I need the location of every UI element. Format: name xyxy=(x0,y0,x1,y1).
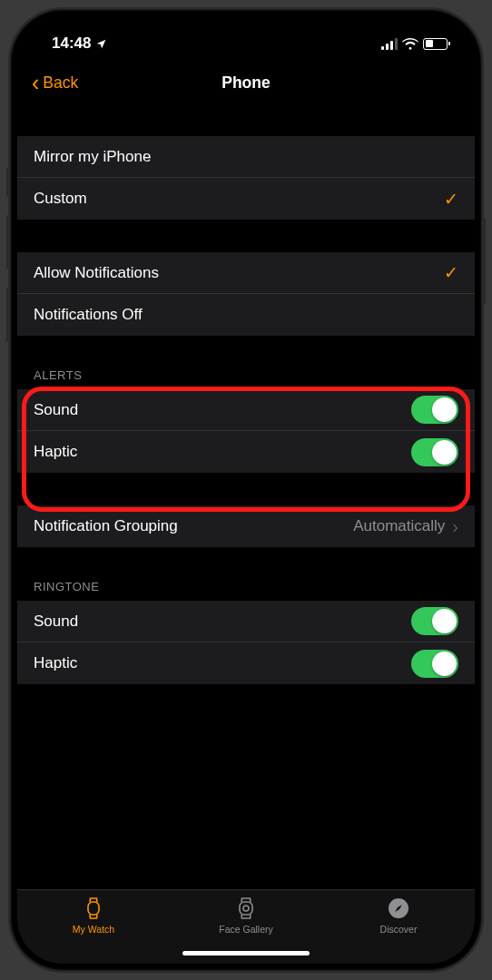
notch xyxy=(151,16,341,45)
tab-label: My Watch xyxy=(73,924,114,935)
battery-icon xyxy=(423,38,448,50)
checkmark-icon: ✓ xyxy=(444,189,458,210)
side-button-right xyxy=(482,218,486,304)
chevron-left-icon: ‹ xyxy=(32,72,39,94)
wifi-icon xyxy=(402,37,418,50)
row-notifications-off[interactable]: Notifications Off xyxy=(17,294,475,336)
signal-icon xyxy=(381,38,398,50)
section-notifications: Allow Notifications ✓ Notifications Off xyxy=(17,252,475,336)
svg-rect-0 xyxy=(88,902,99,915)
section-alerts: ALERTS Sound Haptic xyxy=(17,368,475,473)
back-label: Back xyxy=(43,74,78,93)
section-header: ALERTS xyxy=(17,368,475,389)
row-label: Notification Grouping xyxy=(34,517,178,535)
row-label: Allow Notifications xyxy=(34,264,159,282)
section-header: RINGTONE xyxy=(17,580,475,601)
svg-point-2 xyxy=(243,906,249,911)
toggle-alerts-sound[interactable] xyxy=(411,396,458,424)
row-custom[interactable]: Custom ✓ xyxy=(17,178,475,220)
chevron-right-icon: › xyxy=(452,516,458,537)
back-button[interactable]: ‹ Back xyxy=(32,72,78,94)
section-grouping: Notification Grouping Automatically › xyxy=(17,505,475,547)
tab-my-watch[interactable]: My Watch xyxy=(48,897,139,964)
face-gallery-icon xyxy=(234,897,258,920)
content: Mirror my iPhone Custom ✓ Allow Notifica… xyxy=(17,103,475,889)
status-time: 14:48 xyxy=(52,34,91,53)
row-label: Custom xyxy=(34,190,87,208)
row-label: Haptic xyxy=(34,443,77,461)
tab-label: Discover xyxy=(380,924,418,935)
row-ringtone-sound: Sound xyxy=(17,601,475,642)
phone-frame: 14:48 xyxy=(10,9,482,971)
home-indicator[interactable] xyxy=(182,951,310,956)
tab-label: Face Gallery xyxy=(219,924,273,935)
row-value: Automatically xyxy=(353,517,445,535)
section-mirror: Mirror my iPhone Custom ✓ xyxy=(17,136,475,220)
nav-bar: ‹ Back Phone xyxy=(17,62,475,103)
location-arrow-icon xyxy=(95,38,107,50)
section-ringtone: RINGTONE Sound Haptic xyxy=(17,580,475,684)
row-allow-notifications[interactable]: Allow Notifications ✓ xyxy=(17,252,475,294)
side-buttons-left xyxy=(6,168,10,360)
row-mirror-iphone[interactable]: Mirror my iPhone xyxy=(17,136,475,178)
row-ringtone-haptic: Haptic xyxy=(17,642,475,684)
row-notification-grouping[interactable]: Notification Grouping Automatically › xyxy=(17,505,475,547)
compass-icon xyxy=(387,897,410,920)
toggle-ringtone-sound[interactable] xyxy=(411,607,458,635)
row-label: Notifications Off xyxy=(34,306,143,324)
svg-rect-1 xyxy=(240,902,252,915)
tab-discover[interactable]: Discover xyxy=(353,897,444,964)
row-label: Haptic xyxy=(34,654,77,672)
page-title: Phone xyxy=(221,74,270,93)
row-label: Sound xyxy=(34,401,78,419)
row-alerts-sound: Sound xyxy=(17,389,475,431)
checkmark-icon: ✓ xyxy=(444,262,458,283)
screen: 14:48 xyxy=(17,16,475,964)
row-label: Mirror my iPhone xyxy=(34,148,151,166)
toggle-ringtone-haptic[interactable] xyxy=(411,650,458,678)
row-label: Sound xyxy=(34,612,78,631)
toggle-alerts-haptic[interactable] xyxy=(411,438,458,466)
watch-icon xyxy=(82,897,105,920)
row-alerts-haptic: Haptic xyxy=(17,431,475,473)
